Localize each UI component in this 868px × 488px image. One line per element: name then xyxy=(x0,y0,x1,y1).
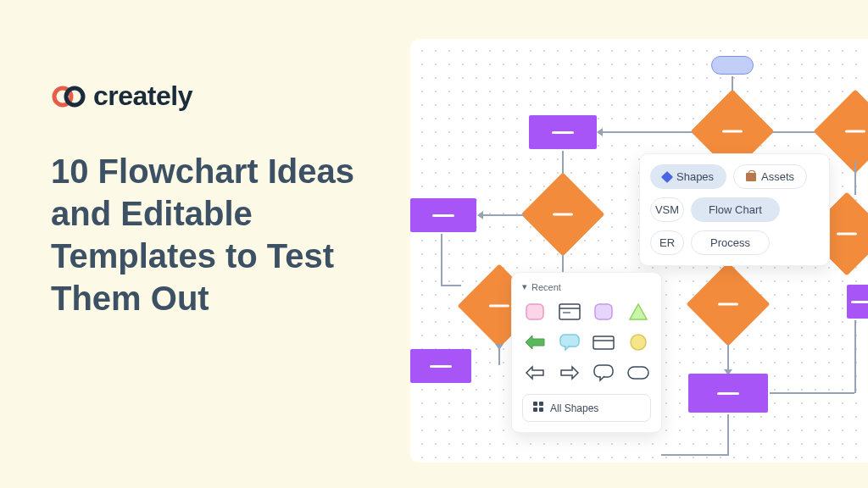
svg-rect-15 xyxy=(533,408,537,412)
svg-point-10 xyxy=(631,335,646,350)
arrowhead-icon xyxy=(495,344,504,350)
tab-shapes[interactable]: Shapes xyxy=(650,164,726,189)
flowchart-decision-node[interactable] xyxy=(826,102,868,161)
logo-text: creately xyxy=(93,80,192,112)
shape-card-alt-icon[interactable] xyxy=(591,331,617,353)
logo-mark-icon xyxy=(51,85,86,108)
connector xyxy=(770,392,854,394)
all-shapes-button[interactable]: All Shapes xyxy=(522,394,651,422)
connector xyxy=(441,285,461,286)
svg-rect-6 xyxy=(595,304,612,319)
shape-triangle-icon[interactable] xyxy=(626,301,652,323)
content-left: creately 10 Flowchart Ideas and Editable… xyxy=(51,80,373,319)
svg-rect-11 xyxy=(594,365,613,377)
svg-rect-13 xyxy=(533,402,537,406)
arrowhead-icon xyxy=(597,128,603,136)
shape-rounded-pink-icon[interactable] xyxy=(522,301,548,323)
tab-assets[interactable]: Assets xyxy=(733,164,807,189)
svg-rect-2 xyxy=(526,304,543,319)
grid-icon xyxy=(533,402,543,414)
flowchart-canvas[interactable]: Shapes Assets VSM Flow Chart ER Process … xyxy=(410,39,868,463)
shape-circle-yellow-icon[interactable] xyxy=(626,331,652,353)
connector xyxy=(854,320,856,393)
briefcase-icon xyxy=(746,173,756,181)
shape-arrow-left-green-icon[interactable] xyxy=(522,331,548,353)
arrowhead-icon xyxy=(477,211,483,219)
category-process[interactable]: Process xyxy=(691,230,770,255)
svg-rect-12 xyxy=(628,367,648,379)
shape-grid xyxy=(522,301,651,384)
page-title: 10 Flowchart Ideas and Editable Template… xyxy=(51,150,373,319)
flowchart-process-node[interactable] xyxy=(410,349,471,383)
shape-rounded-purple-icon[interactable] xyxy=(591,301,617,323)
tab-label: Assets xyxy=(761,170,794,183)
flowchart-process-node[interactable] xyxy=(529,115,597,149)
connector xyxy=(854,161,856,195)
diamond-icon xyxy=(661,170,673,182)
svg-rect-3 xyxy=(559,304,580,319)
svg-rect-16 xyxy=(539,408,543,412)
logo: creately xyxy=(51,80,373,112)
shape-speech-bubble-icon[interactable] xyxy=(557,331,583,353)
recent-label: Recent xyxy=(531,282,561,292)
flowchart-start-node[interactable] xyxy=(711,56,754,75)
connector xyxy=(482,214,525,216)
flowchart-process-node[interactable] xyxy=(688,374,768,413)
svg-point-1 xyxy=(66,88,83,105)
shape-speech-outline-icon[interactable] xyxy=(591,362,617,384)
caret-down-icon: ▾ xyxy=(522,281,527,292)
connector xyxy=(441,234,442,285)
connector xyxy=(602,131,693,133)
flowchart-decision-node[interactable] xyxy=(698,274,758,334)
shape-pill-outline-icon[interactable] xyxy=(626,362,652,384)
recent-shapes-panel[interactable]: ▾ Recent All Shapes xyxy=(511,272,662,433)
shapes-panel[interactable]: Shapes Assets VSM Flow Chart ER Process xyxy=(639,153,830,266)
flowchart-decision-node[interactable] xyxy=(703,102,762,161)
connector xyxy=(661,454,729,456)
shape-card-icon[interactable] xyxy=(557,301,583,323)
svg-rect-7 xyxy=(560,335,579,347)
svg-rect-8 xyxy=(593,336,614,349)
shape-arrow-right-outline-icon[interactable] xyxy=(557,362,583,384)
shape-arrow-left-outline-icon[interactable] xyxy=(522,362,548,384)
connector xyxy=(727,414,729,455)
category-flowchart[interactable]: Flow Chart xyxy=(691,197,780,222)
category-vsm[interactable]: VSM xyxy=(650,197,684,222)
flowchart-process-node[interactable] xyxy=(410,198,476,232)
all-shapes-label: All Shapes xyxy=(550,402,598,414)
category-er[interactable]: ER xyxy=(650,230,684,255)
recent-header[interactable]: ▾ Recent xyxy=(522,281,651,292)
flowchart-decision-node[interactable] xyxy=(533,185,593,244)
flowchart-process-node[interactable] xyxy=(847,285,868,319)
svg-rect-14 xyxy=(539,402,543,406)
connector xyxy=(727,344,729,371)
tab-label: Shapes xyxy=(676,170,714,183)
